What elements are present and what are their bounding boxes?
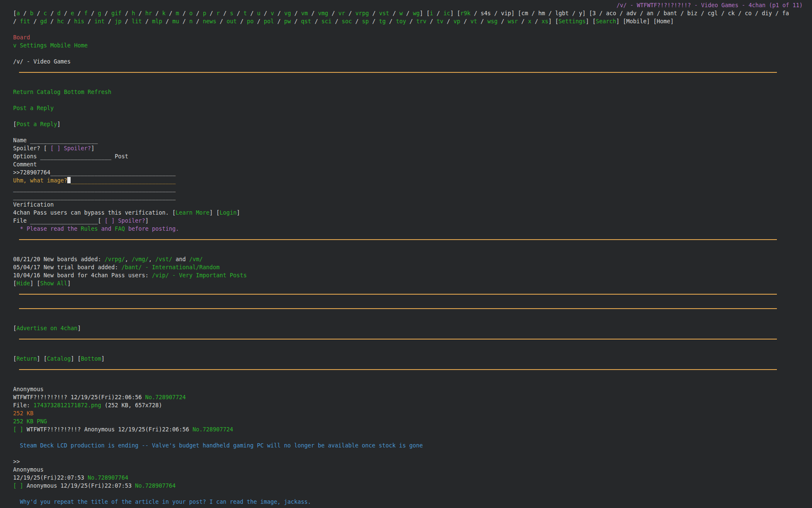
vst-link[interactable]: /vst/	[155, 256, 172, 262]
board-link-adv[interactable]: adv	[626, 10, 636, 17]
mobile-nav-link-v[interactable]: v	[13, 42, 16, 49]
op-file-link[interactable]: 1743732812171872.png	[33, 402, 101, 409]
board-link-po[interactable]: po	[247, 18, 254, 25]
board-link-aco[interactable]: aco	[606, 10, 616, 17]
board-link-vp[interactable]: vp	[453, 18, 460, 25]
spoiler-checkbox[interactable]: [ ] Spoiler?	[50, 145, 91, 152]
settings-link[interactable]: Settings	[559, 18, 586, 25]
board-link-qst[interactable]: qst	[301, 18, 311, 25]
board-link-m[interactable]: m	[176, 10, 179, 17]
reply-post-number-link[interactable]: No.728907764	[88, 475, 128, 481]
board-link-tv[interactable]: tv	[436, 18, 443, 25]
board-link-trv[interactable]: trv	[416, 18, 426, 25]
board-link-sci[interactable]: sci	[321, 18, 332, 25]
board-link-mu[interactable]: mu	[172, 18, 179, 25]
board-link-vm[interactable]: vm	[301, 10, 308, 17]
board-link-pw[interactable]: pw	[284, 18, 291, 25]
op-post-number-link-2[interactable]: No.728907724	[192, 426, 233, 433]
thread-nav-link-Refresh[interactable]: Refresh	[88, 89, 111, 95]
board-link-wg[interactable]: wg	[413, 10, 420, 17]
board-link-hr[interactable]: hr	[145, 10, 152, 17]
board-link-soc[interactable]: soc	[342, 18, 352, 25]
board-link-x[interactable]: x	[528, 18, 532, 25]
vip-link[interactable]: /vip/ - Very Important Posts	[152, 272, 247, 279]
vmg-link[interactable]: /vmg/	[132, 256, 148, 262]
board-link-ic[interactable]: ic	[443, 10, 450, 17]
board-link-mlp[interactable]: mlp	[152, 18, 162, 25]
board-link-int[interactable]: int	[94, 18, 104, 25]
board-link-gif[interactable]: gif	[111, 10, 121, 17]
board-link-vst[interactable]: vst	[379, 10, 389, 17]
reply-post-number-link-2[interactable]: No.728907764	[135, 483, 176, 489]
board-link-vr[interactable]: vr	[338, 10, 345, 17]
board-link-sp[interactable]: sp	[362, 18, 369, 25]
board-link-wsg[interactable]: wsg	[487, 18, 497, 25]
board-link-his[interactable]: his	[74, 18, 84, 25]
board-link-fa[interactable]: fa	[782, 10, 789, 17]
board-link-toy[interactable]: toy	[396, 18, 406, 25]
thread-nav-link-Bottom[interactable]: Bottom	[64, 89, 84, 95]
op-post-number-link[interactable]: No.728907724	[145, 394, 186, 400]
board-link-an[interactable]: an	[647, 10, 653, 17]
file-input[interactable]: ____________________	[30, 218, 98, 224]
comment-textarea-line-1[interactable]: >>728907764_____________________________…	[13, 169, 176, 176]
search-link[interactable]: Search	[596, 18, 616, 25]
board-link-r9k[interactable]: r9k	[460, 10, 470, 17]
board-link-cgl[interactable]: cgl	[708, 10, 718, 17]
board-link-cm[interactable]: cm	[521, 10, 528, 17]
board-link-o[interactable]: o	[189, 10, 193, 17]
board-link-vt[interactable]: vt	[470, 18, 477, 25]
board-link-diy[interactable]: diy	[762, 10, 772, 17]
file-spoiler-checkbox[interactable]: [ ] Spoiler?	[104, 218, 145, 224]
reply-checkbox[interactable]: [ ]	[13, 483, 23, 489]
board-link-y[interactable]: y	[579, 10, 582, 17]
board-link-tg[interactable]: tg	[379, 18, 386, 25]
bant-link[interactable]: /bant/ - International/Random	[121, 264, 219, 271]
board-link-vrpg[interactable]: vrpg	[355, 10, 369, 17]
board-link-vmg[interactable]: vmg	[318, 10, 328, 17]
board-link-p[interactable]: p	[203, 10, 206, 17]
op-checkbox[interactable]: [ ]	[13, 426, 23, 433]
comment-textarea-line-3[interactable]: ________________________________________…	[13, 185, 176, 192]
board-link-hc[interactable]: hc	[57, 18, 64, 25]
board-link-bant[interactable]: bant	[664, 10, 677, 17]
board-link-3[interactable]: 3	[593, 10, 596, 17]
op-image-type-link[interactable]: 252 KB PNG	[13, 418, 47, 425]
board-link-fit[interactable]: fit	[20, 18, 30, 25]
board-link-b[interactable]: b	[30, 10, 33, 17]
board-link-xs[interactable]: xs	[542, 18, 549, 25]
comment-textarea-line-2-fill[interactable]: _______________________________	[71, 177, 176, 184]
show-all-link[interactable]: Show All	[40, 280, 67, 287]
post-a-reply-button[interactable]: Post a Reply	[16, 121, 57, 127]
board-link-v[interactable]: v	[271, 10, 274, 17]
mobile-nav-link-Mobile[interactable]: Mobile	[50, 42, 71, 49]
faq-link[interactable]: FAQ	[115, 226, 125, 232]
op-image-link[interactable]: 252 KB	[13, 410, 33, 417]
board-link-jp[interactable]: jp	[115, 18, 121, 25]
board-link-d[interactable]: d	[57, 10, 60, 17]
board-link-t[interactable]: t	[244, 10, 247, 17]
home-link[interactable]: Home	[657, 18, 670, 25]
board-link-biz[interactable]: biz	[687, 10, 697, 17]
board-link-co[interactable]: co	[745, 10, 752, 17]
board-link-hm[interactable]: hm	[538, 10, 545, 17]
board-link-lgbt[interactable]: lgbt	[555, 10, 569, 17]
board-link-ck[interactable]: ck	[728, 10, 735, 17]
comment-textarea-line-2[interactable]: Uhm, what image?	[13, 177, 67, 184]
board-link-vg[interactable]: vg	[284, 10, 291, 17]
thread-nav-link-Catalog[interactable]: Catalog	[37, 89, 60, 95]
vm-link[interactable]: /vm/	[189, 256, 203, 262]
post-submit-button[interactable]: Post	[115, 153, 128, 160]
board-link-r[interactable]: r	[217, 10, 220, 17]
board-link-n[interactable]: n	[189, 18, 193, 25]
board-link-c[interactable]: c	[44, 10, 47, 17]
board-link-k[interactable]: k	[162, 10, 166, 17]
board-link-out[interactable]: out	[227, 18, 237, 25]
comment-textarea-line-4[interactable]: ________________________________________…	[13, 193, 176, 200]
return-link[interactable]: Return	[16, 356, 37, 362]
bottom-link[interactable]: Bottom	[81, 356, 101, 362]
board-link-news[interactable]: news	[203, 18, 217, 25]
board-link-lit[interactable]: lit	[132, 18, 142, 25]
login-link[interactable]: Login	[219, 210, 236, 216]
catalog-link[interactable]: Catalog	[47, 356, 71, 362]
